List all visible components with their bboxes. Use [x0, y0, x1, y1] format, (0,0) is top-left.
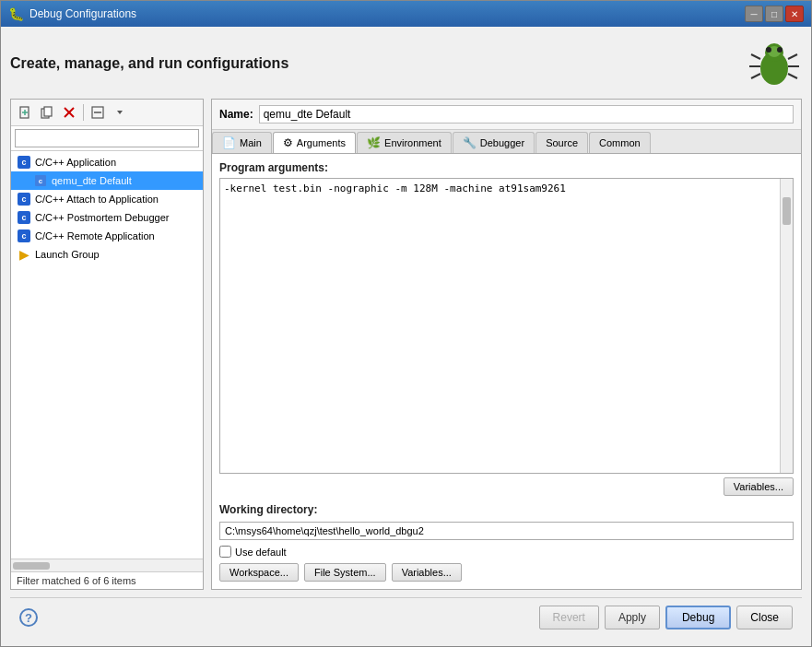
svg-line-8: [788, 74, 797, 78]
variables-button-2[interactable]: Variables...: [392, 563, 462, 582]
right-panel: Name: 📄 Main ⚙ Arguments 🌿 Envir: [211, 99, 802, 590]
delete-config-button[interactable]: [59, 102, 79, 123]
tab-arguments[interactable]: ⚙ Arguments: [273, 132, 356, 153]
arguments-tab-icon: ⚙: [283, 136, 293, 149]
apply-button[interactable]: Apply: [605, 606, 660, 629]
bottom-right: Revert Apply Debug Close: [539, 606, 793, 629]
program-args-textarea[interactable]: [220, 179, 780, 473]
debug-configurations-window: 🐛 Debug Configurations ─ □ ✕ Create, man…: [0, 0, 812, 647]
cpp-attach-icon: c: [17, 192, 31, 206]
title-bar-text: Debug Configurations: [29, 7, 745, 20]
filter-input[interactable]: [15, 129, 199, 147]
working-dir-section: Working directory: Use default Workspace…: [219, 503, 794, 582]
tree-item-launch-group[interactable]: ▶ Launch Group: [11, 245, 203, 264]
config-tree: c C/C++ Application c qemu_dte Default c…: [11, 151, 203, 559]
use-default-row: Use default: [219, 546, 794, 558]
debugger-tab-icon: 🔧: [463, 136, 477, 149]
svg-point-9: [766, 47, 771, 53]
qemu-icon: c: [33, 173, 48, 188]
arguments-tab-label: Arguments: [297, 137, 346, 148]
close-window-button[interactable]: ✕: [785, 6, 804, 22]
working-dir-label: Working directory:: [219, 503, 794, 516]
cpp-remote-icon: c: [17, 229, 31, 243]
header-row: Create, manage, and run configurations: [10, 36, 802, 91]
variables-row: Variables...: [219, 477, 794, 496]
bottom-bar: ? Revert Apply Debug Close: [10, 597, 802, 637]
tree-item-cpp-attach[interactable]: c C/C++ Attach to Application: [11, 190, 203, 208]
dropdown-button[interactable]: [110, 102, 130, 123]
debugger-tab-label: Debugger: [480, 137, 524, 148]
launch-group-icon: ▶: [17, 247, 31, 262]
svg-line-6: [788, 54, 797, 59]
left-panel: c C/C++ Application c qemu_dte Default c…: [10, 99, 204, 590]
program-args-label: Program arguments:: [219, 161, 794, 174]
tree-item-cpp-postmortem[interactable]: c C/C++ Postmortem Debugger: [11, 208, 203, 227]
main-area: c C/C++ Application c qemu_dte Default c…: [10, 99, 802, 590]
filter-status: Filter matched 6 of 6 items: [11, 572, 203, 589]
tab-environment[interactable]: 🌿 Environment: [357, 132, 452, 153]
tree-item-cpp-application[interactable]: c C/C++ Application: [11, 153, 203, 171]
svg-point-10: [777, 47, 783, 53]
duplicate-icon: [41, 106, 53, 119]
name-input[interactable]: [259, 105, 794, 124]
title-bar: 🐛 Debug Configurations ─ □ ✕: [1, 1, 811, 27]
revert-button[interactable]: Revert: [539, 606, 599, 629]
tree-item-qemu-default[interactable]: c qemu_dte Default: [11, 171, 203, 190]
working-dir-input[interactable]: [219, 522, 794, 540]
new-config-button[interactable]: [15, 102, 35, 123]
cpp-postmortem-label: C/C++ Postmortem Debugger: [35, 212, 170, 223]
svg-marker-20: [117, 111, 123, 114]
cpp-attach-label: C/C++ Attach to Application: [35, 194, 159, 205]
cpp-postmortem-icon: c: [17, 210, 31, 225]
args-scrollbar[interactable]: [780, 179, 793, 473]
title-bar-icon: 🐛: [8, 6, 24, 21]
left-toolbar: [11, 100, 203, 126]
environment-tab-icon: 🌿: [367, 136, 381, 149]
collapse-all-button[interactable]: [88, 102, 108, 123]
debug-button[interactable]: Debug: [665, 606, 731, 629]
toolbar-separator: [83, 104, 84, 121]
main-tab-label: Main: [240, 137, 262, 148]
left-panel-bottom: Filter matched 6 of 6 items: [11, 559, 203, 589]
help-button[interactable]: ?: [19, 608, 38, 627]
bug-icon: [747, 36, 802, 91]
cpp-app-label: C/C++ Application: [35, 157, 116, 168]
common-tab-label: Common: [599, 137, 641, 148]
dir-buttons: Workspace... File System... Variables...: [219, 563, 794, 582]
bottom-left: ?: [19, 608, 38, 627]
dropdown-icon: [113, 106, 126, 119]
close-button[interactable]: Close: [736, 606, 793, 629]
horizontal-scrollbar[interactable]: [11, 559, 203, 572]
variables-button[interactable]: Variables...: [724, 477, 794, 496]
page-title: Create, manage, and run configurations: [10, 55, 288, 72]
tab-source[interactable]: Source: [535, 132, 588, 153]
svg-line-3: [751, 54, 760, 59]
environment-tab-label: Environment: [384, 137, 441, 148]
config-tabs: 📄 Main ⚙ Arguments 🌿 Environment 🔧 Debug…: [212, 130, 801, 154]
filesystem-button[interactable]: File System...: [304, 563, 386, 582]
cpp-remote-label: C/C++ Remote Application: [35, 230, 155, 241]
title-bar-controls: ─ □ ✕: [745, 6, 804, 22]
name-row: Name:: [212, 100, 801, 130]
main-content: Create, manage, and run configurations: [1, 27, 811, 646]
workspace-button[interactable]: Workspace...: [219, 563, 299, 582]
tab-common[interactable]: Common: [589, 132, 651, 153]
program-args-section: Program arguments: Variables...: [219, 161, 794, 496]
use-default-checkbox[interactable]: [219, 546, 231, 558]
qemu-label: qemu_dte Default: [52, 175, 132, 186]
name-label: Name:: [219, 108, 253, 121]
tree-item-cpp-remote[interactable]: c C/C++ Remote Application: [11, 227, 203, 245]
maximize-button[interactable]: □: [765, 6, 783, 22]
program-args-container: [219, 178, 794, 474]
svg-rect-15: [44, 107, 52, 116]
use-default-label: Use default: [235, 547, 287, 558]
minimize-button[interactable]: ─: [745, 6, 763, 22]
main-tab-icon: 📄: [222, 136, 236, 149]
filter-box: [11, 126, 203, 151]
svg-line-5: [751, 74, 760, 78]
tab-main[interactable]: 📄 Main: [212, 132, 272, 153]
duplicate-config-button[interactable]: [37, 102, 57, 123]
launch-group-label: Launch Group: [35, 249, 100, 260]
source-tab-label: Source: [546, 137, 578, 148]
tab-debugger[interactable]: 🔧 Debugger: [453, 132, 535, 153]
